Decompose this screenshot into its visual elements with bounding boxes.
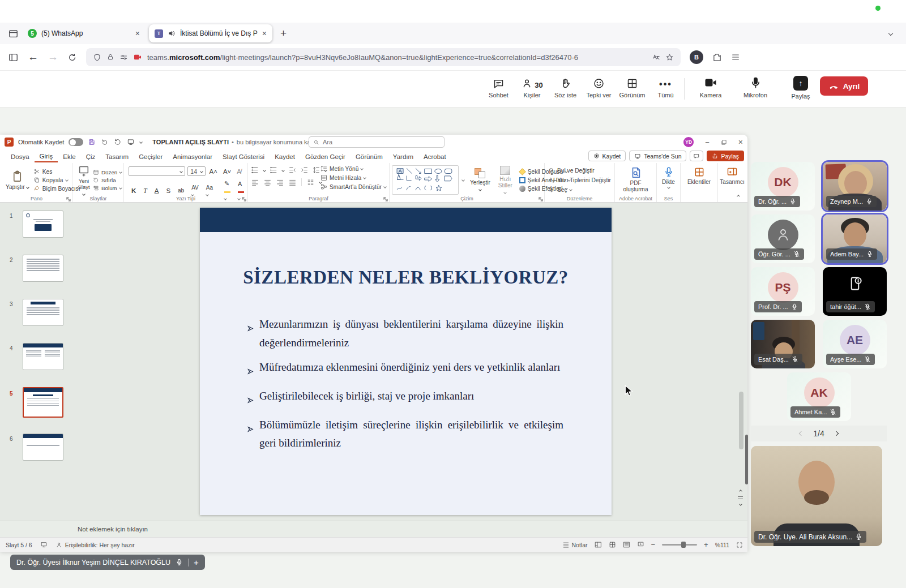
more-button[interactable]: ••• Tümü: [649, 76, 682, 98]
zoom-in-button[interactable]: +: [704, 540, 708, 549]
people-button[interactable]: 30 Kişiler: [515, 76, 549, 98]
url-text[interactable]: teams.microsoft.com/light-meetings/launc…: [147, 53, 647, 62]
shadow-button[interactable]: S: [164, 187, 172, 194]
quick-access-chevron-icon[interactable]: [139, 140, 143, 144]
close-tab-icon[interactable]: ×: [135, 29, 140, 37]
present-in-teams-button[interactable]: Teams'de Sun: [629, 151, 686, 161]
reading-view-icon[interactable]: [623, 541, 630, 548]
expand-plus-icon[interactable]: +: [194, 557, 199, 567]
zoom-level[interactable]: %111: [715, 542, 729, 548]
undo-icon[interactable]: [101, 138, 109, 146]
accessibility-status[interactable]: Erişilebilirlik: Her şey hazır: [55, 542, 135, 548]
shrink-font-button[interactable]: A˅: [221, 168, 233, 175]
fit-to-window-icon[interactable]: [736, 542, 743, 548]
bookmark-star-icon[interactable]: [665, 53, 674, 62]
participant-tile[interactable]: AK Ahmet Ka...: [787, 372, 851, 421]
document-title[interactable]: TOPLANTI AÇILIŞ SLAYTI: [152, 139, 229, 145]
tab-dosya[interactable]: Dosya: [6, 151, 35, 162]
minimize-button[interactable]: −: [705, 138, 710, 147]
replace-fonts-button[interactable]: Yazı Tiplerini Değiştir: [548, 177, 611, 183]
split-handle-icon[interactable]: [738, 496, 743, 499]
dialog-launcher-icon[interactable]: [66, 197, 71, 201]
tab-kaydet[interactable]: Kaydet: [270, 151, 300, 162]
slide-thumbnail-2[interactable]: [23, 255, 63, 282]
comments-button[interactable]: [690, 151, 703, 161]
slide-thumbnail-4[interactable]: [23, 343, 63, 370]
autosave-toggle[interactable]: [69, 138, 83, 146]
slide-thumbnail-5-selected[interactable]: [23, 387, 63, 418]
normal-view-icon[interactable]: [595, 541, 602, 548]
dictate-button[interactable]: Dikte: [659, 165, 678, 190]
clear-format-button[interactable]: A̸: [235, 168, 243, 175]
save-icon[interactable]: [88, 138, 96, 146]
zoom-slider-knob[interactable]: [681, 542, 686, 548]
addins-button[interactable]: Eklentiler: [683, 165, 715, 186]
sidebar-toggle-icon[interactable]: [8, 52, 19, 63]
dialog-launcher-icon[interactable]: [539, 197, 543, 201]
previous-slide-icon[interactable]: [739, 490, 742, 493]
participant-tile-video[interactable]: Adem Bay...: [823, 214, 887, 263]
tab-gozden-gecir[interactable]: Gözden Geçir: [300, 151, 351, 162]
justify-icon[interactable]: [289, 179, 296, 186]
account-avatar[interactable]: YD: [683, 137, 694, 147]
create-pdf-button[interactable]: PDF oluşturma: [617, 165, 654, 194]
tab-giris[interactable]: Giriş: [35, 151, 58, 162]
spotlight-tile-video[interactable]: Dr. Öğr. Üye. Ali Burak Aksun...: [751, 446, 882, 546]
lock-icon[interactable]: [106, 53, 114, 61]
tab-whatsapp[interactable]: 5 (5) WhatsApp ×: [22, 24, 146, 42]
align-text-button[interactable]: Metni Hizala: [320, 174, 386, 181]
restore-button[interactable]: [721, 139, 727, 145]
tab-animasyonlar[interactable]: Animasyonlar: [168, 151, 217, 162]
numbered-list-icon[interactable]: [270, 166, 277, 174]
reset-button[interactable]: Sıfırla: [93, 177, 122, 183]
decrease-indent-icon[interactable]: [289, 166, 296, 174]
columns-icon[interactable]: [307, 179, 314, 186]
scrollbar-thumb[interactable]: [739, 392, 743, 449]
grow-font-button[interactable]: A˄: [208, 168, 219, 175]
italic-button[interactable]: T: [142, 187, 148, 194]
new-tab-button[interactable]: +: [276, 27, 291, 40]
slide-thumbnail-3[interactable]: [23, 299, 63, 326]
start-presentation-icon[interactable]: [127, 138, 135, 146]
url-bar[interactable]: teams.microsoft.com/light-meetings/launc…: [86, 48, 681, 66]
paste-button[interactable]: Yapıştır: [3, 169, 31, 191]
tab-acrobat[interactable]: Acrobat: [418, 151, 451, 162]
react-button[interactable]: Tepki ver: [582, 76, 616, 98]
permissions-icon[interactable]: [119, 53, 128, 62]
slide-thumbnail-1[interactable]: [23, 211, 63, 238]
search-input[interactable]: Ara: [309, 136, 445, 148]
tab-teams-meeting[interactable]: T İktisat Bölümü İç ve Dış Pay ×: [149, 24, 272, 42]
browser-profile-avatar[interactable]: B: [690, 50, 703, 64]
tab-tasarim[interactable]: Tasarım: [100, 151, 134, 162]
line-spacing-icon[interactable]: [313, 166, 320, 174]
redo-icon[interactable]: [114, 138, 122, 146]
close-button[interactable]: ×: [738, 138, 743, 147]
raise-hand-button[interactable]: Söz iste: [549, 76, 582, 98]
new-slide-button[interactable]: Yeni Slayt: [75, 163, 92, 198]
char-spacing-button[interactable]: AV: [190, 184, 200, 197]
participant-tile[interactable]: DK Dr. Öğr. ...: [751, 162, 815, 211]
ppt-share-button[interactable]: Paylaş: [707, 151, 744, 161]
dialog-launcher-icon[interactable]: [242, 197, 246, 201]
shape-gallery[interactable]: [392, 165, 459, 195]
camera-button[interactable]: Kamera: [693, 76, 728, 98]
increase-indent-icon[interactable]: [301, 166, 308, 174]
reload-button[interactable]: [67, 53, 77, 62]
participant-tile-phone[interactable]: tahir öğüt...: [823, 267, 887, 316]
panel-scrollbar-thumb[interactable]: [745, 435, 748, 484]
font-size-select[interactable]: 14: [187, 166, 205, 176]
view-button[interactable]: Görünüm: [616, 76, 649, 98]
participant-tile-video[interactable]: Esat Daş...: [751, 320, 815, 368]
convert-smartart-button[interactable]: SmartArt'a Dönüştür: [320, 183, 386, 190]
camera-permission-icon[interactable]: [133, 53, 142, 62]
slide-thumbnail-6[interactable]: [23, 434, 63, 461]
next-slide-icon[interactable]: [739, 503, 742, 506]
participant-tile-video[interactable]: Zeynep M...: [823, 162, 887, 211]
tab-gorunum[interactable]: Görünüm: [351, 151, 388, 162]
microphone-button[interactable]: Mikrofon: [738, 76, 772, 98]
designer-button[interactable]: Tasarımcı: [720, 165, 744, 186]
shield-icon[interactable]: [93, 53, 101, 62]
list-all-tabs-icon[interactable]: [888, 31, 893, 36]
font-family-select[interactable]: [129, 166, 185, 176]
tab-slayt-gosterisi[interactable]: Slayt Gösterisi: [217, 151, 270, 162]
